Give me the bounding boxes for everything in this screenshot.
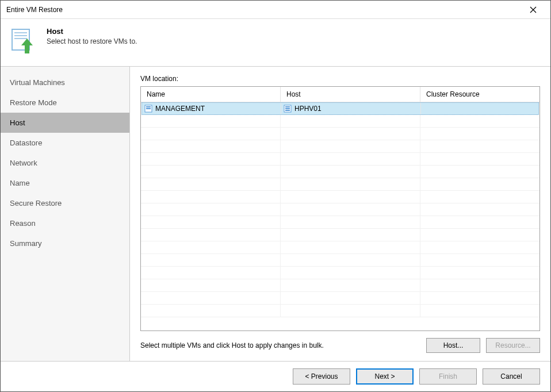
vm-location-table: Name Host Cluster Resource MANAGEMENT (140, 86, 540, 331)
wizard-footer: < Previous Next > Finish Cancel (1, 361, 550, 391)
cell-name: MANAGEMENT (142, 103, 281, 114)
bulk-actions-row: Select multiple VMs and click Host to ap… (140, 338, 540, 353)
wizard-window: Entire VM Restore Host Select host to re… (0, 0, 551, 392)
table-body: MANAGEMENT HPHV01 (141, 102, 539, 330)
sidebar-item-restore-mode[interactable]: Restore Mode (1, 93, 129, 113)
next-button[interactable]: Next > (356, 368, 414, 385)
page-subheading: Select host to restore VMs to. (47, 37, 137, 45)
page-heading: Host (47, 27, 137, 36)
host-icon (284, 105, 292, 113)
svg-rect-11 (285, 108, 290, 109)
close-button[interactable] (522, 1, 545, 19)
vm-icon (144, 105, 152, 113)
sidebar-item-reason[interactable]: Reason (1, 213, 129, 233)
svg-rect-7 (146, 106, 151, 107)
window-title: Entire VM Restore (6, 6, 522, 14)
column-header-cluster[interactable]: Cluster Resource (420, 87, 539, 102)
svg-rect-8 (146, 108, 151, 109)
cell-cluster (421, 103, 538, 114)
svg-rect-10 (285, 106, 290, 107)
empty-rows-grid (141, 115, 539, 330)
sidebar-item-virtual-machines[interactable]: Virtual Machines (1, 72, 129, 93)
svg-rect-12 (285, 110, 290, 111)
finish-button: Finish (419, 368, 477, 385)
vm-location-label: VM location: (140, 75, 540, 83)
cell-host-text: HPHV01 (294, 105, 322, 113)
host-restore-icon (9, 27, 37, 56)
bulk-hint-text: Select multiple VMs and click Host to ap… (140, 341, 420, 349)
table-row[interactable]: MANAGEMENT HPHV01 (141, 102, 539, 115)
cancel-button[interactable]: Cancel (483, 368, 540, 385)
content-area: Virtual Machines Restore Mode Host Datas… (1, 66, 550, 361)
sidebar-item-network[interactable]: Network (1, 153, 129, 173)
sidebar-item-summary[interactable]: Summary (1, 233, 129, 253)
resource-button: Resource... (486, 338, 540, 353)
wizard-header: Host Select host to restore VMs to. (1, 19, 550, 66)
close-icon (530, 6, 537, 13)
sidebar-item-secure-restore[interactable]: Secure Restore (1, 193, 129, 213)
wizard-sidebar: Virtual Machines Restore Mode Host Datas… (1, 67, 130, 361)
sidebar-item-host[interactable]: Host (1, 113, 129, 133)
column-header-name[interactable]: Name (141, 87, 281, 102)
previous-button[interactable]: < Previous (293, 368, 350, 385)
header-text: Host Select host to restore VMs to. (47, 27, 137, 45)
column-header-host[interactable]: Host (281, 87, 420, 102)
host-button[interactable]: Host... (426, 338, 480, 353)
titlebar: Entire VM Restore (1, 1, 550, 19)
cell-name-text: MANAGEMENT (155, 105, 205, 113)
table-header: Name Host Cluster Resource (141, 87, 539, 102)
cell-host: HPHV01 (281, 103, 421, 114)
main-panel: VM location: Name Host Cluster Resource (130, 67, 550, 361)
sidebar-item-datastore[interactable]: Datastore (1, 133, 129, 153)
sidebar-item-name[interactable]: Name (1, 173, 129, 193)
